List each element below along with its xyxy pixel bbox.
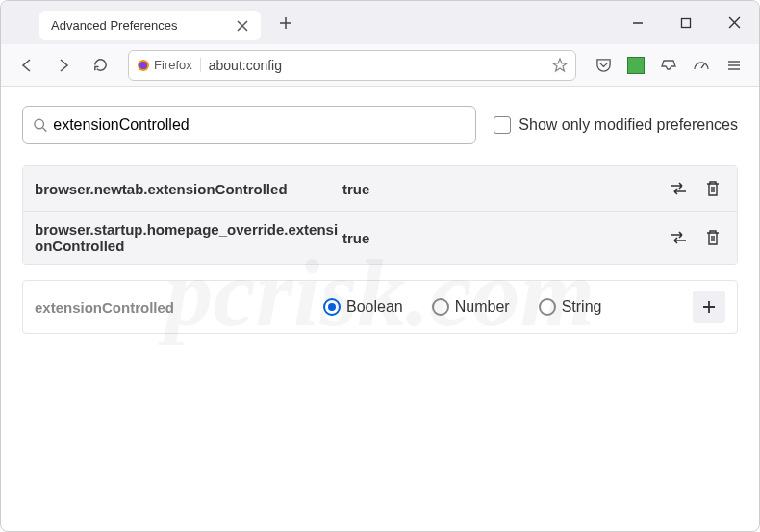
- extension-icon[interactable]: [621, 50, 651, 81]
- window-titlebar: Advanced Preferences: [1, 1, 759, 44]
- radio-boolean[interactable]: Boolean: [323, 298, 403, 316]
- firefox-icon: [137, 59, 150, 72]
- radio-icon: [432, 298, 449, 316]
- radio-label: String: [562, 298, 602, 316]
- search-row: Show only modified preferences: [22, 106, 738, 144]
- content-area: Show only modified preferences browser.n…: [1, 87, 759, 353]
- maximize-button[interactable]: [667, 7, 705, 39]
- type-radio-group: Boolean Number String: [323, 298, 693, 316]
- radio-label: Number: [455, 298, 510, 316]
- inbox-icon[interactable]: [653, 50, 684, 81]
- preference-name: browser.startup.homepage_override.extens…: [35, 221, 342, 254]
- identity-label: Firefox: [154, 58, 192, 72]
- new-tab-button[interactable]: [272, 10, 299, 37]
- radio-icon: [539, 298, 556, 316]
- url-bar[interactable]: Firefox about:config: [128, 50, 576, 81]
- bookmark-star-icon[interactable]: [552, 58, 568, 73]
- delete-button[interactable]: [700, 225, 725, 250]
- close-window-button[interactable]: [715, 7, 753, 39]
- dashboard-icon[interactable]: [686, 50, 717, 81]
- checkbox-label-text: Show only modified preferences: [519, 116, 738, 134]
- delete-button[interactable]: [700, 176, 725, 201]
- browser-toolbar: Firefox about:config: [1, 44, 759, 87]
- preferences-table: browser.newtab.extensionControlled true …: [22, 165, 738, 265]
- preference-actions: [666, 225, 725, 250]
- menu-icon[interactable]: [719, 50, 749, 81]
- radio-number[interactable]: Number: [432, 298, 510, 316]
- svg-point-3: [35, 119, 44, 129]
- add-button[interactable]: [693, 291, 725, 323]
- search-icon: [33, 117, 47, 133]
- radio-label: Boolean: [346, 298, 403, 316]
- preference-value: true: [342, 181, 666, 197]
- preference-row: browser.startup.homepage_override.extens…: [23, 212, 737, 264]
- window-controls: [619, 7, 753, 39]
- identity-box[interactable]: Firefox: [137, 58, 201, 72]
- browser-tab[interactable]: Advanced Preferences: [39, 11, 261, 40]
- new-preference-name: extensionControlled: [35, 299, 323, 316]
- url-text: about:config: [209, 58, 282, 73]
- show-modified-checkbox[interactable]: Show only modified preferences: [494, 116, 738, 134]
- close-tab-icon[interactable]: [236, 19, 249, 33]
- radio-string[interactable]: String: [539, 298, 602, 316]
- toggle-button[interactable]: [666, 225, 691, 250]
- forward-button[interactable]: [47, 49, 80, 82]
- checkbox-icon: [494, 116, 511, 134]
- preference-name: browser.newtab.extensionControlled: [35, 181, 342, 197]
- search-input[interactable]: [53, 116, 466, 134]
- svg-point-2: [139, 62, 147, 69]
- pocket-icon[interactable]: [588, 50, 619, 81]
- radio-icon: [323, 298, 341, 316]
- new-preference-row: extensionControlled Boolean Number Strin…: [22, 280, 738, 334]
- toggle-button[interactable]: [666, 176, 691, 201]
- preference-actions: [666, 176, 725, 201]
- search-box[interactable]: [22, 106, 476, 144]
- reload-button[interactable]: [84, 49, 116, 82]
- tab-title: Advanced Preferences: [51, 18, 178, 33]
- back-button[interactable]: [11, 49, 43, 82]
- preference-value: true: [342, 230, 666, 246]
- minimize-button[interactable]: [619, 7, 657, 39]
- preference-row: browser.newtab.extensionControlled true: [23, 166, 737, 212]
- toolbar-icons: [588, 50, 749, 81]
- svg-rect-0: [682, 18, 691, 27]
